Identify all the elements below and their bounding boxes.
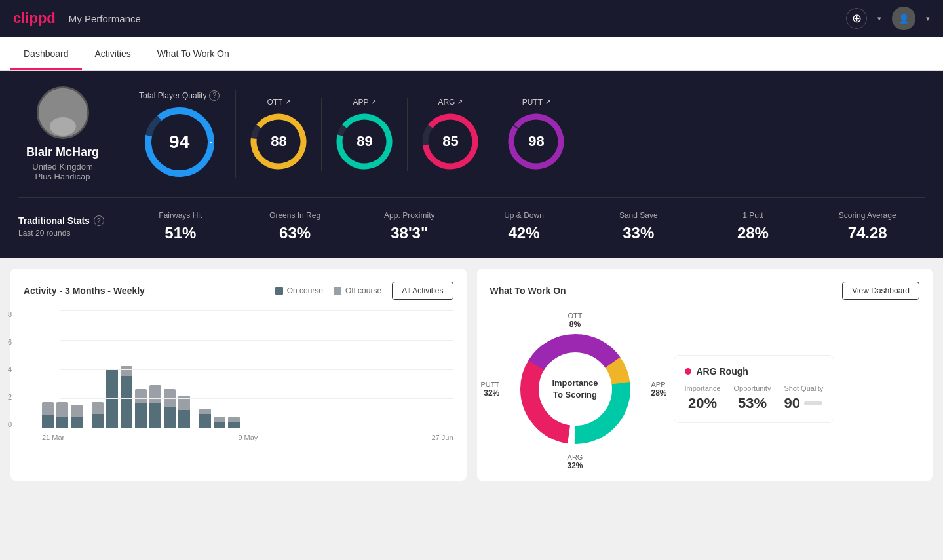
- dashboard-panel: Blair McHarg United Kingdom Plus Handica…: [0, 71, 943, 258]
- putt-value: 98: [528, 133, 544, 150]
- wtwo-content: Importance To Scoring OTT 8% APP 28% ARG…: [490, 310, 920, 468]
- stats-subtitle: Last 20 rounds: [18, 229, 123, 238]
- stat-app-proximity: App. Proximity 38'3": [352, 211, 467, 242]
- info-dot: [685, 368, 691, 375]
- donut-center-text: Importance To Scoring: [552, 377, 598, 401]
- stat-sand-save: Sand Save 33%: [581, 211, 696, 242]
- wtwo-panel: What To Work On View Dashboard Impo: [477, 269, 933, 481]
- app-label: APP ↗: [353, 98, 376, 107]
- wtwo-donut-container: Importance To Scoring OTT 8% APP 28% ARG…: [490, 310, 661, 468]
- stat-proximity-label: App. Proximity: [352, 211, 467, 220]
- info-importance: Importance 20%: [685, 384, 721, 412]
- stat-up-down: Up & Down 42%: [467, 211, 581, 242]
- bar-6: [121, 366, 132, 428]
- bar-9: [164, 389, 176, 428]
- total-quality-value: 94: [169, 132, 189, 153]
- stat-1putt-value: 28%: [696, 224, 811, 242]
- top-row: Blair McHarg United Kingdom Plus Handica…: [18, 86, 925, 198]
- stat-scoring-average: Scoring Average 74.28: [810, 211, 925, 242]
- donut-center-line1: Importance: [552, 378, 598, 388]
- stats-title: Traditional Stats ?: [18, 215, 123, 226]
- info-shot-quality: Shot Quality 90: [784, 384, 823, 412]
- stat-proximity-value: 38'3": [352, 224, 467, 242]
- stat-updown-value: 42%: [467, 224, 581, 242]
- avatar-icon: 👤: [898, 14, 910, 24]
- player-handicap: Plus Handicap: [35, 172, 90, 181]
- chart-wrapper: 8 6 4 2 0: [24, 310, 453, 441]
- opportunity-value: 53%: [734, 395, 771, 412]
- putt-arrow: ↗: [545, 98, 550, 105]
- ott-donut-label: OTT 8%: [568, 312, 583, 329]
- activity-legend: On course Off course: [275, 286, 382, 295]
- activity-panel: Activity - 3 Months - Weekly On course O…: [10, 269, 467, 481]
- importance-label: Importance: [685, 384, 721, 392]
- all-activities-button[interactable]: All Activities: [392, 282, 453, 300]
- x-label-jun: 27 Jun: [431, 434, 453, 441]
- chart-y-labels: 8 6 4 2 0: [8, 310, 12, 428]
- bar-12: [214, 417, 225, 428]
- donut-center-line2: To Scoring: [553, 390, 597, 400]
- y-label-6: 6: [8, 338, 12, 346]
- bar-7: [135, 389, 147, 428]
- bar-3: [71, 405, 83, 428]
- y-label-4: 4: [8, 365, 12, 373]
- player-name: Blair McHarg: [26, 145, 99, 159]
- user-avatar-button[interactable]: 👤: [892, 7, 915, 30]
- off-course-dot: [334, 287, 341, 295]
- arg-metric: ARG ↗ 85: [408, 98, 493, 171]
- app-header: clippd My Performance ⊕ ▾ 👤 ▾: [0, 0, 943, 37]
- y-label-0: 0: [8, 420, 12, 428]
- ott-value: 88: [271, 133, 286, 150]
- putt-gauge: 98: [507, 112, 566, 171]
- stats-row: Traditional Stats ? Last 20 rounds Fairw…: [18, 198, 925, 242]
- stat-greens-value: 63%: [238, 224, 353, 242]
- quality-help-icon[interactable]: ?: [209, 90, 220, 101]
- x-label-mar: 21 Mar: [42, 434, 64, 441]
- off-course-label: Off course: [345, 286, 381, 295]
- nav-tabs: Dashboard Activities What To Work On: [0, 37, 943, 71]
- ott-metric: OTT ↗ 88: [236, 98, 322, 171]
- bar-5: [106, 369, 118, 428]
- app-gauge: 89: [335, 112, 394, 171]
- activity-controls: On course Off course All Activities: [275, 282, 453, 300]
- importance-value: 20%: [685, 395, 721, 412]
- app-donut-label: APP 28%: [651, 381, 666, 398]
- header-title: My Performance: [69, 13, 141, 24]
- bottom-section: Activity - 3 Months - Weekly On course O…: [0, 258, 943, 491]
- on-course-dot: [275, 287, 283, 295]
- ott-label: OTT ↗: [267, 98, 290, 107]
- putt-donut-label: PUTT 32%: [481, 381, 500, 398]
- arg-gauge: 85: [421, 112, 480, 171]
- stat-greens-label: Greens In Reg: [238, 211, 353, 220]
- chart-x-labels: 21 Mar 9 May 27 Jun: [42, 434, 453, 441]
- stat-fairways-hit-label: Fairways Hit: [123, 211, 238, 220]
- stat-sandsave-value: 33%: [581, 224, 696, 242]
- y-label-8: 8: [8, 310, 12, 318]
- bar-13: [228, 417, 240, 428]
- stats-help-icon[interactable]: ?: [94, 215, 104, 226]
- activity-title: Activity - 3 Months - Weekly: [24, 286, 145, 296]
- player-avatar: [37, 86, 89, 139]
- bar-2: [56, 402, 68, 428]
- add-dropdown-arrow: ▾: [877, 14, 881, 23]
- stat-1putt: 1 Putt 28%: [696, 211, 811, 242]
- tab-activities[interactable]: Activities: [82, 37, 144, 70]
- chart-bars: [42, 310, 453, 428]
- arg-label: ARG ↗: [438, 98, 463, 107]
- shot-quality-row: 90: [784, 395, 823, 412]
- bar-4: [92, 402, 104, 428]
- app-logo: clippd: [13, 10, 56, 27]
- wtwo-header: What To Work On View Dashboard: [490, 282, 920, 300]
- stat-fairways-hit: Fairways Hit 51%: [123, 211, 238, 242]
- activity-header: Activity - 3 Months - Weekly On course O…: [24, 282, 453, 300]
- wtwo-title: What To Work On: [490, 286, 566, 296]
- player-country: United Kingdom: [32, 162, 93, 172]
- view-dashboard-button[interactable]: View Dashboard: [842, 282, 919, 300]
- add-button[interactable]: ⊕: [846, 8, 867, 29]
- tab-dashboard[interactable]: Dashboard: [10, 37, 82, 70]
- app-metric: APP ↗ 89: [322, 98, 408, 171]
- info-card: ARG Rough Importance 20% Opportunity 53%…: [674, 355, 835, 423]
- shot-quality-bar: [804, 401, 822, 405]
- tab-what-to-work-on[interactable]: What To Work On: [144, 37, 242, 70]
- header-right: ⊕ ▾ 👤 ▾: [846, 7, 930, 30]
